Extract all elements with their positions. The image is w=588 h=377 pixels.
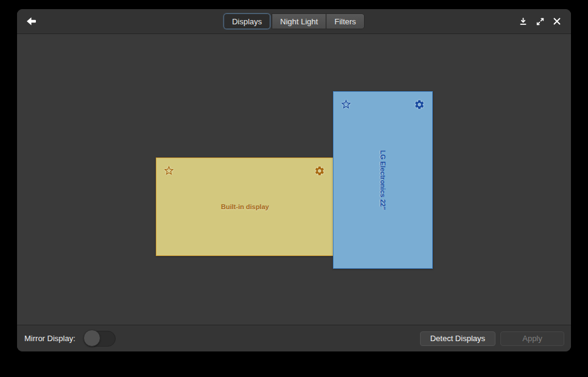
display-builtin[interactable]: Built-in display [156,157,334,256]
maximize-button[interactable] [532,13,548,29]
primary-star-icon[interactable] [340,99,352,110]
display-lg-electronics[interactable]: LG Electronics 22" [333,91,433,269]
display-name-label: LG Electronics 22" [334,92,432,268]
display-arrangement-area: Built-in display LG Electronics 22" [17,34,571,325]
apply-button[interactable]: Apply [500,331,564,346]
view-switcher: Displays Night Light Filters [223,13,365,29]
window-controls [515,13,565,29]
mirror-display-toggle[interactable] [84,331,116,347]
expand-icon [536,18,544,26]
download-button[interactable] [515,13,531,29]
primary-star-icon[interactable] [163,165,175,176]
tab-filters[interactable]: Filters [326,13,364,29]
toggle-knob[interactable] [83,330,100,347]
display-settings-window: Displays Night Light Filters [17,9,571,351]
detect-displays-button[interactable]: Detect Displays [420,331,495,346]
close-button[interactable] [549,13,565,29]
back-button[interactable] [22,13,40,30]
headerbar: Displays Night Light Filters [17,9,571,34]
footer-bar: Mirror Display: Detect Displays Apply [17,325,571,351]
back-arrow-icon [26,16,37,26]
settings-gear-icon[interactable] [314,165,325,176]
settings-gear-icon[interactable] [414,99,425,110]
mirror-display-label: Mirror Display: [24,334,75,343]
close-icon [553,18,561,25]
display-name-label: Built-in display [156,158,334,255]
download-icon [519,18,527,26]
tab-displays[interactable]: Displays [223,13,270,29]
tab-night-light[interactable]: Night Light [271,13,326,29]
